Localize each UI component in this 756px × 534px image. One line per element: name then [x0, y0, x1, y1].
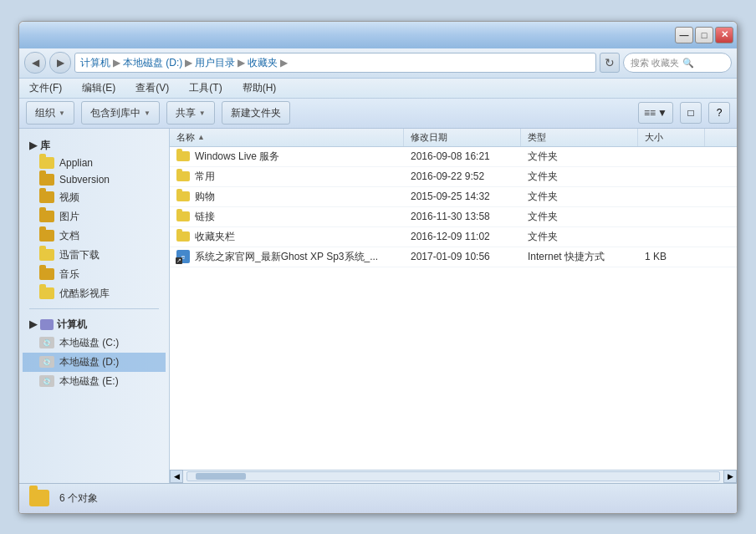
- file-date-cell-5: 2017-01-09 10:56: [404, 247, 521, 267]
- col-header-date[interactable]: 修改日期: [404, 129, 521, 146]
- address-bar: ◀ ▶ 计算机 ▶ 本地磁盘 (D:) ▶ 用户目录 ▶ 收藏夹 ▶ ↻ 搜索 …: [19, 48, 737, 79]
- file-list-area: 名称 ▲ 修改日期 类型 大小 Window: [170, 129, 737, 483]
- scroll-left-arrow[interactable]: ◀: [170, 470, 183, 483]
- table-row[interactable]: 常用 2016-09-22 9:52 文件夹: [170, 167, 737, 187]
- new-folder-label: 新建文件夹: [231, 106, 281, 120]
- minimize-button[interactable]: —: [675, 27, 693, 43]
- menu-file[interactable]: 文件(F): [26, 79, 65, 97]
- folder-icon-documents: [39, 230, 54, 242]
- menu-help[interactable]: 帮助(H): [239, 79, 280, 97]
- sidebar-divider: [29, 308, 159, 309]
- table-row[interactable]: Windows Live 服务 2016-09-08 16:21 文件夹: [170, 147, 737, 167]
- file-name-cell-1: 常用: [170, 167, 404, 186]
- horizontal-scrollbar[interactable]: ◀ ▶: [170, 470, 737, 483]
- refresh-button[interactable]: ↻: [600, 53, 620, 73]
- breadcrumb-favorites[interactable]: 收藏夹: [248, 56, 278, 70]
- status-bar: 6 个对象: [19, 483, 737, 513]
- search-box[interactable]: 搜索 收藏夹 🔍: [623, 53, 732, 73]
- file-date-5: 2017-01-09 10:56: [411, 251, 490, 262]
- menu-bar: 文件(F) 编辑(E) 查看(V) 工具(T) 帮助(H): [19, 79, 737, 99]
- col-header-type[interactable]: 类型: [521, 129, 638, 146]
- file-type-cell-3: 文件夹: [521, 207, 638, 226]
- col-date-label: 修改日期: [411, 131, 447, 144]
- table-row[interactable]: 购物 2015-09-25 14:32 文件夹: [170, 187, 737, 207]
- file-type-3: 文件夹: [528, 210, 558, 224]
- share-arrow: ▼: [199, 109, 206, 117]
- help-button[interactable]: ?: [708, 102, 730, 124]
- maximize-button[interactable]: □: [695, 27, 713, 43]
- title-bar: — □ ✕: [19, 22, 737, 48]
- sidebar-item-pictures[interactable]: 图片: [23, 207, 166, 226]
- main-area: ▶ 库 Applian Subversion 视频 图片 文档: [19, 129, 737, 483]
- table-row[interactable]: 收藏夹栏 2016-12-09 11:02 文件夹: [170, 227, 737, 247]
- scroll-track[interactable]: [186, 471, 720, 481]
- close-button[interactable]: ✕: [715, 27, 733, 43]
- organize-arrow: ▼: [59, 109, 65, 117]
- include-library-button[interactable]: 包含到库中 ▼: [81, 101, 160, 125]
- sidebar-label-video: 视频: [59, 191, 79, 205]
- breadcrumb-drive[interactable]: 本地磁盘 (D:): [123, 56, 182, 70]
- sidebar-label-drive-c: 本地磁盘 (C:): [59, 336, 119, 350]
- scroll-right-arrow[interactable]: ▶: [723, 470, 737, 483]
- col-header-size[interactable]: 大小: [638, 129, 705, 146]
- sidebar: ▶ 库 Applian Subversion 视频 图片 文档: [19, 129, 170, 483]
- share-button[interactable]: 共享 ▼: [166, 101, 215, 125]
- file-folder-icon-1: [176, 171, 190, 181]
- file-type-4: 文件夹: [528, 230, 558, 244]
- col-size-label: 大小: [645, 131, 663, 144]
- file-list-body: Windows Live 服务 2016-09-08 16:21 文件夹: [170, 147, 737, 470]
- sidebar-label-music: 音乐: [59, 267, 79, 282]
- status-count-text: 6 个对象: [59, 491, 98, 506]
- sidebar-item-drive-e[interactable]: 💿 本地磁盘 (E:): [23, 372, 166, 391]
- sidebar-item-applian[interactable]: Applian: [23, 155, 166, 171]
- file-date-cell-4: 2016-12-09 11:02: [404, 227, 521, 247]
- file-name-cell-4: 收藏夹栏: [170, 227, 404, 247]
- forward-button[interactable]: ▶: [49, 52, 71, 74]
- file-size-cell-2: [638, 187, 705, 206]
- help-icon: ?: [717, 107, 723, 119]
- sep-3: ▶: [238, 57, 245, 69]
- sidebar-item-subversion[interactable]: Subversion: [23, 171, 166, 188]
- sidebar-item-drive-d[interactable]: 💿 本地磁盘 (D:): [23, 353, 166, 372]
- file-date-cell-3: 2016-11-30 13:58: [404, 207, 521, 226]
- scroll-thumb[interactable]: [196, 473, 246, 480]
- back-button[interactable]: ◀: [24, 52, 46, 74]
- sep-1: ▶: [113, 57, 120, 69]
- breadcrumb-computer[interactable]: 计算机: [80, 56, 110, 70]
- file-list-header: 名称 ▲ 修改日期 类型 大小: [170, 129, 737, 147]
- file-type-1: 文件夹: [528, 170, 558, 184]
- explorer-window: — □ ✕ ◀ ▶ 计算机 ▶ 本地磁盘 (D:) ▶ 用户目录 ▶ 收藏夹 ▶…: [18, 21, 738, 514]
- file-type-0: 文件夹: [528, 150, 558, 164]
- toolbar: 组织 ▼ 包含到库中 ▼ 共享 ▼ 新建文件夹 ≡≡ ▼ □ ?: [19, 99, 737, 129]
- menu-tools[interactable]: 工具(T): [186, 79, 225, 97]
- sidebar-label-documents: 文档: [59, 229, 79, 243]
- sidebar-item-music[interactable]: 音乐: [23, 265, 166, 284]
- sidebar-item-video[interactable]: 视频: [23, 188, 166, 207]
- menu-view[interactable]: 查看(V): [132, 79, 172, 97]
- sidebar-item-documents[interactable]: 文档: [23, 226, 166, 246]
- file-name-2: 购物: [195, 190, 215, 204]
- sidebar-label-applian: Applian: [59, 157, 93, 169]
- file-folder-icon-0: [176, 151, 190, 161]
- file-name-cell-2: 购物: [170, 187, 404, 206]
- sidebar-item-thunder[interactable]: 迅雷下载: [23, 246, 166, 265]
- view-icon: ≡≡: [644, 107, 656, 119]
- new-folder-button[interactable]: 新建文件夹: [222, 101, 290, 125]
- view-options-button[interactable]: ≡≡ ▼: [638, 102, 673, 124]
- breadcrumb-userdir[interactable]: 用户目录: [195, 56, 235, 70]
- sidebar-label-thunder: 迅雷下载: [59, 248, 100, 262]
- table-row[interactable]: 链接 2016-11-30 13:58 文件夹: [170, 207, 737, 227]
- pane-icon: □: [687, 107, 693, 119]
- search-placeholder-text: 搜索 收藏夹: [631, 57, 679, 69]
- breadcrumb: 计算机 ▶ 本地磁盘 (D:) ▶ 用户目录 ▶ 收藏夹 ▶: [74, 53, 596, 73]
- col-name-label: 名称: [176, 131, 195, 144]
- sidebar-item-youku[interactable]: 优酷影视库: [23, 284, 166, 303]
- file-date-4: 2016-12-09 11:02: [411, 231, 490, 242]
- sidebar-item-drive-c[interactable]: 💿 本地磁盘 (C:): [23, 333, 166, 353]
- organize-button[interactable]: 组织 ▼: [26, 101, 74, 125]
- table-row[interactable]: e 系统之家官网_最新Ghost XP Sp3系统_... 2017-01-09…: [170, 247, 737, 267]
- col-header-name[interactable]: 名称 ▲: [170, 129, 404, 146]
- menu-edit[interactable]: 编辑(E): [79, 79, 119, 97]
- preview-pane-button[interactable]: □: [680, 102, 702, 124]
- file-name-3: 链接: [195, 210, 215, 224]
